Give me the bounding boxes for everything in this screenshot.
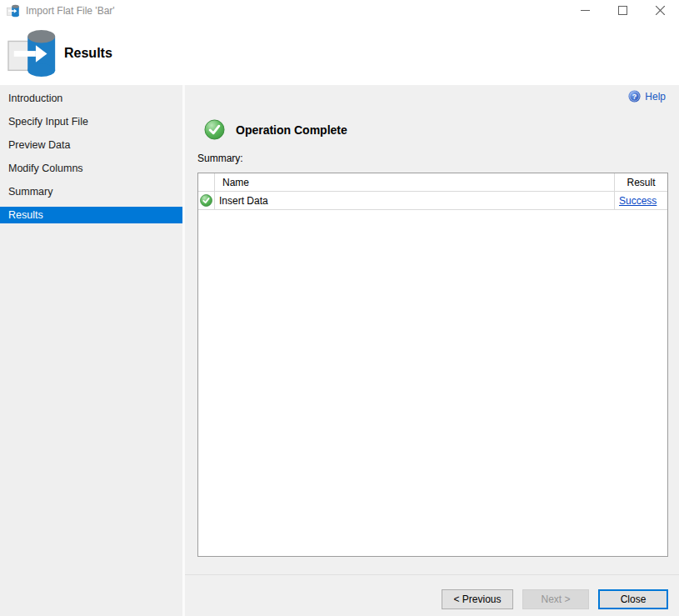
next-button[interactable]: Next > (522, 589, 589, 609)
wizard-footer: < Previous Next > Close (185, 574, 679, 616)
operation-status-title: Operation Complete (236, 123, 347, 137)
titlebar: Import Flat File 'Bar' (0, 0, 679, 21)
table-header-row: Name Result (198, 173, 667, 192)
table-header-result: Result (614, 173, 667, 191)
minimize-icon (581, 6, 590, 15)
minimize-button[interactable] (567, 0, 604, 21)
help-link[interactable]: ? Help (628, 90, 666, 103)
table-header-icon-column (198, 173, 215, 191)
table-row[interactable]: Insert Data Success (198, 192, 667, 210)
success-check-icon (204, 119, 225, 140)
results-page: ? Help Operation Complete Summary: (182, 85, 679, 616)
row-task-name: Insert Data (215, 192, 614, 209)
previous-button[interactable]: < Previous (442, 589, 513, 609)
help-label: Help (645, 91, 666, 103)
help-icon: ? (628, 90, 641, 103)
close-icon (656, 6, 665, 15)
sidebar-item-modify-columns[interactable]: Modify Columns (0, 160, 182, 177)
page-title: Results (64, 46, 112, 61)
sidebar-item-specify-input-file[interactable]: Specify Input File (0, 113, 182, 130)
database-import-icon (7, 26, 59, 81)
window-title: Import Flat File 'Bar' (26, 5, 115, 17)
success-check-icon (200, 194, 212, 207)
close-button[interactable] (642, 0, 679, 21)
sidebar-item-introduction[interactable]: Introduction (0, 90, 182, 107)
window-controls (567, 0, 679, 21)
maximize-icon (618, 6, 627, 15)
svg-text:?: ? (632, 93, 637, 101)
sidebar-item-results[interactable]: Results (0, 207, 182, 223)
row-status-cell (198, 192, 215, 209)
maximize-button[interactable] (604, 0, 642, 21)
wizard-steps-sidebar: Introduction Specify Input File Preview … (0, 85, 182, 616)
wizard-body: Introduction Specify Input File Preview … (0, 85, 679, 616)
summary-results-panel: Name Result (197, 173, 668, 557)
import-flat-file-wizard-window: Import Flat File 'Bar' Results (0, 0, 679, 616)
sidebar-item-summary[interactable]: Summary (0, 183, 182, 200)
table-header-name: Name (215, 173, 614, 191)
wizard-header: Results (0, 21, 679, 85)
app-database-import-icon (7, 4, 20, 18)
summary-label: Summary: (197, 153, 243, 164)
close-wizard-button[interactable]: Close (598, 589, 668, 609)
sidebar-item-preview-data[interactable]: Preview Data (0, 137, 182, 153)
row-result-cell: Success (614, 192, 667, 209)
result-success-link[interactable]: Success (619, 195, 657, 207)
operation-status-row: Operation Complete (204, 119, 347, 140)
